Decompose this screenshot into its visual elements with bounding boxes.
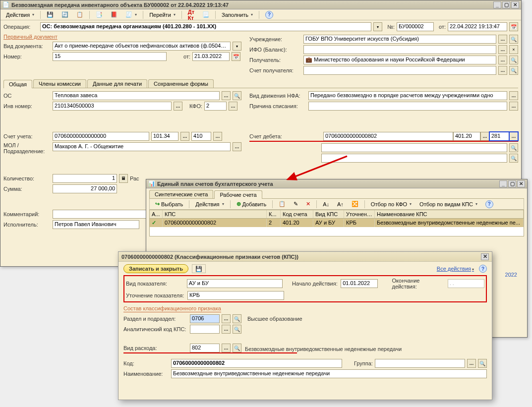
- tb-list-icon[interactable]: 📃: [199, 10, 213, 19]
- num-field[interactable]: БУ000002: [397, 22, 434, 31]
- mol-field[interactable]: Макаров А. Г. - Общежитие: [53, 142, 231, 151]
- acct1-field[interactable]: 07060000000000000: [53, 132, 149, 141]
- fill-menu[interactable]: Заполнить: [218, 10, 256, 19]
- nfa-field[interactable]: Передано безвозмездно в порядке расчетов…: [308, 91, 507, 100]
- ifo-clear[interactable]: ×: [509, 45, 518, 54]
- ifo-lookup[interactable]: [498, 45, 507, 54]
- tab-commission[interactable]: Члены комиссии: [33, 79, 86, 88]
- writeoff-lookup[interactable]: [509, 102, 518, 111]
- add-button[interactable]: ⊕ Добавить: [233, 200, 270, 209]
- akps-lookup[interactable]: [222, 325, 231, 334]
- recipient-field[interactable]: 💼 Министерство образования и науки Росси…: [303, 56, 496, 64]
- recipient-account-field[interactable]: [303, 66, 496, 75]
- os-field[interactable]: Тепловая завеса: [53, 91, 220, 100]
- tb-copy-icon[interactable]: 📋: [73, 10, 87, 19]
- kfo-field[interactable]: 2: [204, 102, 227, 111]
- col-kps[interactable]: КПС: [163, 210, 267, 218]
- tb-copy2-icon[interactable]: 📋: [275, 200, 289, 209]
- code-field[interactable]: 07060000000000802: [171, 359, 342, 368]
- expense-search[interactable]: [233, 344, 241, 352]
- debit1-field[interactable]: 07060000000000802: [323, 132, 453, 141]
- doc-date-field[interactable]: 21.03.2022: [192, 52, 230, 61]
- tab-synthetic[interactable]: Синтетические счета: [149, 190, 213, 198]
- tb-dtct-icon[interactable]: ДтКт: [184, 10, 198, 19]
- section-lookup[interactable]: [222, 314, 231, 323]
- save-and-close-button[interactable]: Записать и закрыть: [123, 264, 188, 273]
- end-field[interactable]: . .: [448, 279, 484, 288]
- debit-sub2-field[interactable]: [321, 154, 507, 163]
- col-code[interactable]: Код счета: [281, 210, 313, 218]
- col-vid[interactable]: Вид КПС: [313, 210, 344, 218]
- plan-minimize[interactable]: _: [499, 180, 507, 187]
- os-search[interactable]: [233, 91, 241, 100]
- refine-field[interactable]: КРБ: [187, 291, 284, 300]
- tb-save-icon[interactable]: 💾: [43, 10, 57, 19]
- goto-menu[interactable]: Перейти: [146, 10, 179, 19]
- doc-type-dropdown[interactable]: [233, 42, 241, 51]
- expense-field[interactable]: 802: [190, 344, 220, 352]
- mol-lookup[interactable]: [233, 142, 241, 151]
- group-search[interactable]: [478, 359, 487, 368]
- all-actions-menu[interactable]: Все действия: [437, 266, 474, 272]
- plan-actions-menu[interactable]: Действия: [192, 200, 227, 209]
- help-icon[interactable]: ?: [262, 10, 277, 19]
- maximize-button[interactable]: ▢: [502, 1, 510, 8]
- tab-saved-forms[interactable]: Сохраненные формы: [148, 79, 214, 88]
- writeoff-field[interactable]: [308, 102, 507, 111]
- inv-lookup[interactable]: [174, 102, 182, 111]
- section-search[interactable]: [233, 314, 241, 323]
- ifo-field[interactable]: [303, 45, 496, 54]
- acct2-lookup[interactable]: [180, 132, 189, 141]
- section-field[interactable]: 0706: [190, 314, 220, 323]
- akps-field[interactable]: [190, 325, 220, 334]
- exec-field[interactable]: Петров Павел Иванович: [53, 220, 139, 229]
- col-utoch[interactable]: Уточнени...: [344, 210, 375, 218]
- number-field[interactable]: 15: [53, 52, 167, 61]
- close-button[interactable]: ✕: [511, 1, 519, 8]
- os-lookup[interactable]: [222, 91, 231, 100]
- col-k[interactable]: К...: [267, 210, 281, 218]
- tb-refresh-icon[interactable]: 🔄: [58, 10, 72, 19]
- doc-type-field[interactable]: Акт о приеме-передаче объектов нефинансо…: [53, 42, 231, 51]
- col-a[interactable]: А...: [150, 210, 163, 218]
- kps-close-button[interactable]: ✕: [481, 253, 489, 260]
- acct3-lookup[interactable]: [213, 132, 222, 141]
- recipient-account-search[interactable]: [509, 66, 518, 75]
- debit-sub2-search[interactable]: [509, 154, 518, 163]
- grid-row-selected[interactable]: 07060000000000802 2 401.20 АУ и БУ КРБ Б…: [150, 219, 524, 227]
- tab-working[interactable]: Рабочие счета: [214, 190, 262, 199]
- tb-sort-desc-icon[interactable]: A↑: [334, 200, 347, 209]
- operation-field[interactable]: ОС: безвозмездная передача организациям …: [40, 22, 371, 31]
- save-button[interactable]: 💾: [192, 264, 206, 273]
- tab-print-data[interactable]: Данные для печати: [87, 79, 147, 88]
- datetime-field[interactable]: 22.04.2022 19:13:47: [448, 22, 507, 31]
- col-name[interactable]: Наименование КПС: [375, 210, 524, 218]
- tb-delete-icon[interactable]: ✕: [302, 200, 314, 209]
- qty-field[interactable]: 1: [53, 174, 117, 183]
- debit-sub1-field[interactable]: [321, 143, 507, 152]
- debit-sub1-search[interactable]: [509, 143, 518, 152]
- recipient-account-lookup[interactable]: [498, 66, 507, 75]
- tb-edit-icon[interactable]: ✎: [290, 200, 301, 209]
- operation-dropdown[interactable]: [373, 22, 382, 31]
- filter-kps-menu[interactable]: Отбор по видам КПС: [416, 200, 481, 209]
- kind-field[interactable]: АУ и БУ: [187, 279, 283, 288]
- institution-lookup[interactable]: [498, 35, 507, 44]
- acct3-field[interactable]: 410: [191, 132, 211, 141]
- kps-help-icon[interactable]: ?: [479, 265, 487, 273]
- acct2-field[interactable]: 101.34: [151, 132, 178, 141]
- recipient-lookup[interactable]: [498, 56, 507, 64]
- expense-lookup[interactable]: [222, 344, 231, 352]
- plan-help-icon[interactable]: ?: [482, 200, 497, 209]
- qty-calc[interactable]: 🖩: [119, 174, 128, 183]
- inv-field[interactable]: 2101340500003: [53, 102, 172, 111]
- institution-field[interactable]: ГОБУ ВПО Университет искусств (Субсидия): [303, 35, 496, 44]
- debit3-lookup[interactable]: [509, 132, 518, 141]
- tb-sort-asc-icon[interactable]: A↓: [319, 200, 333, 209]
- group-field[interactable]: [375, 359, 465, 368]
- recipient-search[interactable]: [509, 56, 518, 64]
- select-button[interactable]: ↪ Выбрать: [152, 200, 186, 209]
- institution-search[interactable]: [509, 35, 518, 44]
- tb-post-icon[interactable]: 📑: [92, 10, 106, 19]
- filter-kfo-menu[interactable]: Отбор по КФО: [367, 200, 415, 209]
